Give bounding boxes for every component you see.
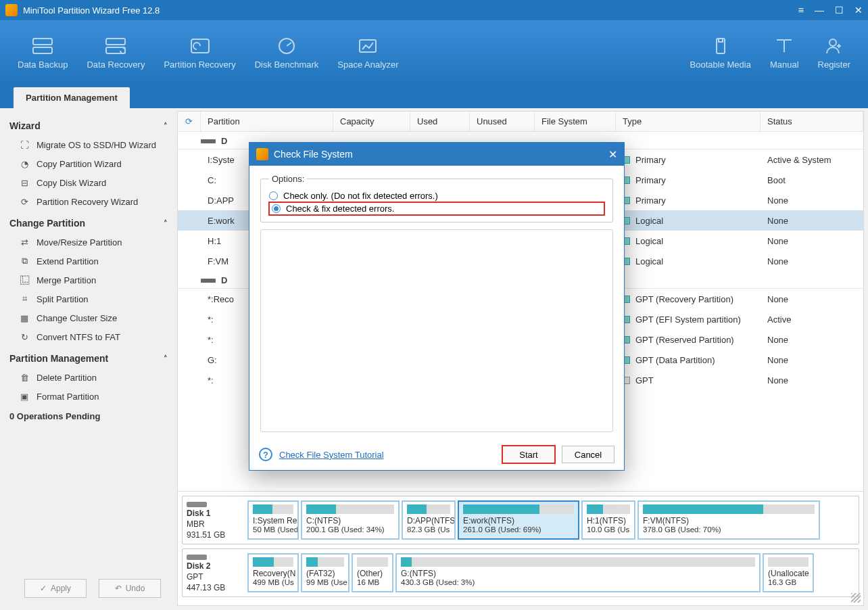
col-type[interactable]: Type [616, 112, 761, 131]
resize-grip[interactable] [851, 593, 861, 603]
copy-partition-icon: ◔ [19, 158, 30, 169]
options-legend: Options: [269, 174, 307, 184]
tool-label: Space Analyzer [337, 60, 398, 70]
disk-map: Disk 1MBR931.51 GBI:System Res50 MB (Use… [178, 491, 863, 605]
svg-rect-0 [33, 39, 52, 45]
tab-partition-management[interactable]: Partition Management [14, 87, 130, 108]
cluster-icon: ▦ [19, 312, 30, 323]
svg-rect-6 [360, 40, 376, 52]
dialog-close-icon[interactable]: ✕ [608, 148, 617, 161]
tutorial-link[interactable]: Check File System Tutorial [279, 450, 384, 460]
refresh-icon[interactable]: ⟳ [178, 112, 201, 131]
tool-label: Data Backup [18, 60, 68, 70]
tool-data-recovery[interactable]: Data Recovery [77, 31, 154, 75]
menu-icon[interactable]: ≡ [798, 5, 804, 16]
trash-icon: 🗑 [19, 372, 30, 383]
sidebar-item-partition-recovery[interactable]: ⟳Partition Recovery Wizard [7, 192, 170, 211]
extend-icon: ⧉ [19, 256, 30, 266]
option-check-only[interactable]: Check only. (Do not fix detected errors.… [269, 189, 604, 202]
sidebar-item-convert-ntfs[interactable]: ↻Convert NTFS to FAT [7, 327, 170, 346]
partition-recovery-icon: ⟳ [19, 196, 30, 207]
hdd-icon [201, 139, 216, 143]
partition-block[interactable]: G:(NTFS)430.3 GB (Used: 3%) [395, 553, 761, 592]
partition-block[interactable]: C:(NTFS)200.1 GB (Used: 34%) [301, 500, 400, 540]
pending-operations: 0 Operations Pending [7, 406, 170, 427]
window-controls: ≡ — ☐ ✕ [798, 5, 863, 16]
sidebar-item-move-resize[interactable]: ⇄Move/Resize Partition [7, 233, 170, 252]
migrate-icon: ⛶ [19, 139, 30, 150]
tool-data-backup[interactable]: Data Backup [8, 31, 77, 75]
tab-strip: Partition Management [0, 85, 868, 108]
sidebar-item-copy-partition[interactable]: ◔Copy Partition Wizard [7, 154, 170, 173]
sidebar: Wizard˄ ⛶Migrate OS to SSD/HD Wizard ◔Co… [0, 108, 177, 610]
tool-label: Register [818, 60, 850, 70]
partition-block[interactable]: H:1(NTFS)10.0 GB (Us [581, 500, 635, 540]
options-group: Options: Check only. (Do not fix detecte… [260, 174, 613, 222]
app-icon [5, 4, 18, 16]
col-file-system[interactable]: File System [535, 112, 616, 131]
format-icon: ▣ [19, 391, 30, 402]
radio-icon [269, 191, 278, 200]
cancel-button[interactable]: Cancel [562, 446, 614, 463]
sidebar-section-change-partition[interactable]: Change Partition˄ [7, 211, 170, 233]
copy-disk-icon: ⊟ [19, 177, 30, 188]
tool-manual[interactable]: Manual [761, 31, 809, 75]
partition-block[interactable]: (Other)16 MB [352, 553, 393, 592]
col-unused[interactable]: Unused [470, 112, 535, 131]
partition-block[interactable]: (Unallocate16.3 GB [763, 553, 814, 592]
tool-label: Partition Recovery [164, 60, 235, 70]
sidebar-section-partition-management[interactable]: Partition Management˄ [7, 346, 170, 368]
partition-block[interactable]: E:work(NTFS)261.0 GB (Used: 69%) [458, 500, 579, 540]
maximize-icon[interactable]: ☐ [835, 5, 844, 16]
sidebar-item-copy-disk[interactable]: ⊟Copy Disk Wizard [7, 173, 170, 192]
partition-block[interactable]: (FAT32)99 MB (Use [301, 553, 349, 592]
col-used[interactable]: Used [410, 112, 470, 131]
sidebar-item-merge[interactable]: ⿺Merge Partition [7, 271, 170, 289]
partition-block[interactable]: Recovery(N499 MB (Us [247, 553, 299, 592]
minimize-icon[interactable]: — [815, 5, 824, 16]
close-icon[interactable]: ✕ [854, 5, 863, 16]
partition-block[interactable]: D:APP(NTFS82.3 GB (Us [402, 500, 456, 540]
tool-partition-recovery[interactable]: Partition Recovery [154, 31, 245, 75]
sidebar-section-wizard[interactable]: Wizard˄ [7, 114, 170, 135]
sidebar-item-cluster-size[interactable]: ▦Change Cluster Size [7, 308, 170, 327]
convert-icon: ↻ [19, 331, 30, 342]
chevron-up-icon: ˄ [164, 219, 168, 228]
tool-label: Manual [770, 60, 799, 70]
app-icon [256, 148, 268, 160]
option-check-and-fix[interactable]: Check & fix detected errors. [269, 202, 604, 215]
sidebar-item-extend[interactable]: ⧉Extend Partition [7, 252, 170, 271]
sidebar-item-split[interactable]: ⌗Split Partition [7, 289, 170, 308]
undo-icon: ↶ [115, 584, 122, 593]
window-title: MiniTool Partition Wizard Free 12.8 [23, 5, 798, 16]
col-partition[interactable]: Partition [201, 112, 333, 131]
titlebar: MiniTool Partition Wizard Free 12.8 ≡ — … [0, 0, 868, 20]
hdd-icon [187, 555, 207, 560]
tool-bootable-media[interactable]: Bootable Media [681, 31, 761, 75]
sidebar-item-format[interactable]: ▣Format Partition [7, 387, 170, 406]
chevron-up-icon: ˄ [164, 354, 168, 363]
col-status[interactable]: Status [761, 112, 863, 131]
svg-point-9 [829, 39, 836, 46]
svg-rect-1 [33, 47, 52, 53]
tool-disk-benchmark[interactable]: Disk Benchmark [245, 31, 329, 75]
tool-space-analyzer[interactable]: Space Analyzer [328, 31, 408, 75]
tool-label: Data Recovery [87, 60, 145, 70]
disk-card: Disk 1MBR931.51 GBI:System Res50 MB (Use… [182, 496, 859, 544]
undo-button[interactable]: ↶Undo [99, 579, 161, 598]
partition-block[interactable]: I:System Res50 MB (Used [247, 500, 299, 540]
col-capacity[interactable]: Capacity [333, 112, 410, 131]
check-icon: ✓ [40, 584, 47, 593]
partition-block[interactable]: F:VM(NTFS)378.0 GB (Used: 70%) [637, 500, 820, 540]
dialog-title: Check File System [274, 149, 608, 160]
sidebar-item-delete[interactable]: 🗑Delete Partition [7, 368, 170, 387]
help-icon[interactable]: ? [259, 448, 272, 461]
radio-checked-icon [272, 204, 281, 213]
tool-label: Disk Benchmark [255, 60, 319, 70]
tool-register[interactable]: Register [809, 31, 860, 75]
resize-icon: ⇄ [19, 237, 30, 248]
apply-button[interactable]: ✓Apply [24, 579, 87, 598]
merge-icon: ⿺ [19, 275, 30, 285]
sidebar-item-migrate-os[interactable]: ⛶Migrate OS to SSD/HD Wizard [7, 135, 170, 154]
start-button[interactable]: Start [502, 446, 555, 463]
